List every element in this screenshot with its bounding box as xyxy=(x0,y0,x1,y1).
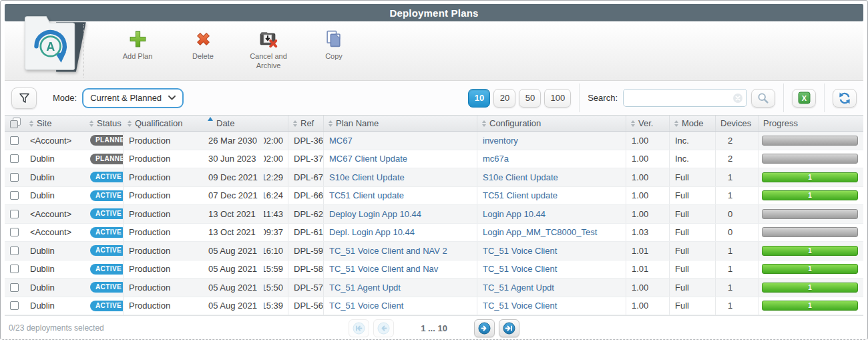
page-size-20-button[interactable]: 20 xyxy=(493,89,515,108)
add-plan-button[interactable]: Add Plan xyxy=(113,27,162,71)
table-row[interactable]: Dublin ACTIVE Production 07 Dec 2021 16:… xyxy=(5,187,863,206)
refresh-button[interactable] xyxy=(833,89,857,108)
row-checkbox[interactable] xyxy=(10,210,19,218)
devices-cell: 1 xyxy=(715,297,758,315)
row-checkbox[interactable] xyxy=(10,228,19,236)
ref-cell: DPL-66 xyxy=(288,187,323,205)
first-page-button[interactable] xyxy=(349,319,369,337)
column-header-ref[interactable]: Ref xyxy=(288,116,323,131)
plan-name-link[interactable]: Depl. Login App 10.44 xyxy=(329,227,415,237)
filter-button[interactable] xyxy=(11,88,37,109)
configuration-link[interactable]: TC51 Client update xyxy=(483,190,558,200)
page-size-50-button[interactable]: 50 xyxy=(519,89,541,108)
column-header-date[interactable]: Date xyxy=(203,116,288,131)
separator xyxy=(783,83,784,112)
plan-name-link[interactable]: MC67 xyxy=(329,136,353,146)
search-button[interactable] xyxy=(751,89,775,108)
row-checkbox[interactable] xyxy=(10,283,19,292)
table-row[interactable]: Dublin ACTIVE Production 05 Aug 2021 15:… xyxy=(5,297,863,316)
title-bar: Deployment Plans xyxy=(5,4,863,21)
plan-name-link[interactable]: MC67 Client Update xyxy=(329,154,407,164)
copy-icon xyxy=(324,27,345,49)
devices-cell: 1 xyxy=(715,242,758,260)
progress-label: 1 xyxy=(808,247,812,254)
plan-name-link[interactable]: TC_51 Voice Client and Nav xyxy=(329,264,438,274)
configuration-link[interactable]: inventory xyxy=(483,136,518,146)
page-size-10-button[interactable]: 10 xyxy=(468,89,490,108)
last-page-button[interactable] xyxy=(499,319,519,337)
row-checkbox[interactable] xyxy=(10,265,19,273)
version-cell: 1.01 xyxy=(626,261,669,279)
table-row[interactable]: Dublin ACTIVE Production 05 Aug 2021 15:… xyxy=(5,261,863,279)
plan-name-link[interactable]: TC_51 Voice Client and NAV 2 xyxy=(329,246,447,256)
magnifier-icon xyxy=(757,92,769,104)
plan-name-link[interactable]: S10e Client Update xyxy=(329,172,405,182)
devices-cell: 0 xyxy=(715,205,758,223)
funnel-icon xyxy=(18,92,31,104)
next-page-button[interactable] xyxy=(474,319,495,337)
table-row[interactable]: Dublin PLANNED Production 30 Jun 2023 02… xyxy=(5,150,863,169)
table-header: Site Status Qualification Date Ref Plan … xyxy=(5,116,863,132)
configuration-link[interactable]: TC_51 Voice Client xyxy=(483,301,557,311)
version-cell: 1.00 xyxy=(626,297,669,315)
mode-cell: Full xyxy=(669,187,715,205)
row-checkbox[interactable] xyxy=(10,246,19,255)
previous-page-button[interactable] xyxy=(373,319,394,337)
select-all-button[interactable] xyxy=(5,116,25,131)
row-checkbox[interactable] xyxy=(10,301,19,310)
table-row[interactable]: Dublin ACTIVE Production 09 Dec 2021 12:… xyxy=(5,168,863,187)
table-row[interactable]: Dublin ACTIVE Production 05 Aug 2021 15:… xyxy=(5,279,863,297)
configuration-link[interactable]: TC_51 Voice Client xyxy=(483,264,557,274)
site-cell: <Account> xyxy=(25,205,85,223)
version-cell: 1.03 xyxy=(626,224,669,242)
search-input[interactable] xyxy=(623,89,747,107)
site-cell: <Account> xyxy=(25,132,85,150)
deployment-folder-logo: A xyxy=(19,7,90,77)
delete-button[interactable]: Delete xyxy=(178,27,228,71)
configuration-link[interactable]: Login App_MM_TC8000_Test xyxy=(483,227,597,237)
page-size-100-button[interactable]: 100 xyxy=(544,89,571,108)
column-header-site[interactable]: Site xyxy=(25,116,85,131)
table-row[interactable]: <Account> ACTIVE Production 13 Oct 2021 … xyxy=(5,205,863,224)
plan-name-link[interactable]: TC_51 Agent Updt xyxy=(329,283,401,293)
column-header-mode[interactable]: Mode xyxy=(669,116,715,131)
mode-select[interactable]: Current & Planned xyxy=(82,88,184,108)
configuration-link[interactable]: Login App 10.44 xyxy=(483,209,546,219)
plan-name-link[interactable]: TC51 Client update xyxy=(329,190,404,200)
export-excel-button[interactable]: X xyxy=(792,89,816,108)
configuration-link[interactable]: mc67a xyxy=(483,154,509,164)
cancel-archive-icon xyxy=(258,27,279,49)
status-badge: ACTIVE xyxy=(90,245,123,256)
page-size-group: 10 20 50 100 xyxy=(468,89,571,108)
table-row[interactable]: Dublin ACTIVE Production 05 Aug 2021 16:… xyxy=(5,242,863,261)
table-row[interactable]: <Account> ACTIVE Production 13 Oct 2021 … xyxy=(5,224,863,242)
progress-label: 1 xyxy=(808,302,812,309)
column-header-status[interactable]: Status xyxy=(85,116,123,131)
configuration-link[interactable]: S10e Client Update xyxy=(483,172,558,182)
column-header-ver[interactable]: Ver. xyxy=(626,116,669,131)
column-header-configuration[interactable]: Configuration xyxy=(477,116,626,131)
column-header-progress: Progress xyxy=(758,116,863,131)
column-header-plan-name[interactable]: Plan Name xyxy=(323,116,477,131)
row-checkbox[interactable] xyxy=(10,173,19,182)
row-checkbox[interactable] xyxy=(10,191,19,200)
configuration-link[interactable]: TC_51 Agent Updt xyxy=(483,283,554,293)
date-cell: 07 Dec 2021 xyxy=(203,187,264,205)
qualification-cell: Production xyxy=(123,297,203,315)
column-header-qualification[interactable]: Qualification xyxy=(123,116,203,131)
mode-cell: Full xyxy=(669,168,715,186)
configuration-link[interactable]: TC_51 Voice Client xyxy=(483,246,557,256)
mode-cell: Full xyxy=(669,261,715,279)
row-checkbox[interactable] xyxy=(10,136,19,145)
clear-search-icon[interactable] xyxy=(732,93,743,104)
row-checkbox[interactable] xyxy=(10,154,19,163)
plan-name-link[interactable]: Deploy Login App 10.44 xyxy=(329,209,421,219)
progress-bar: 1 xyxy=(762,283,858,293)
time-cell: 02:00 xyxy=(264,132,288,150)
cancel-archive-button[interactable]: Cancel and Archive xyxy=(244,27,293,71)
next-page-icon xyxy=(478,322,491,335)
plan-name-link[interactable]: TC_51 Voice Client xyxy=(329,301,403,311)
copy-button[interactable]: Copy xyxy=(309,27,359,71)
time-cell: 11:43 xyxy=(264,205,288,223)
table-row[interactable]: <Account> PLANNED Production 26 Mar 2030… xyxy=(5,132,863,150)
